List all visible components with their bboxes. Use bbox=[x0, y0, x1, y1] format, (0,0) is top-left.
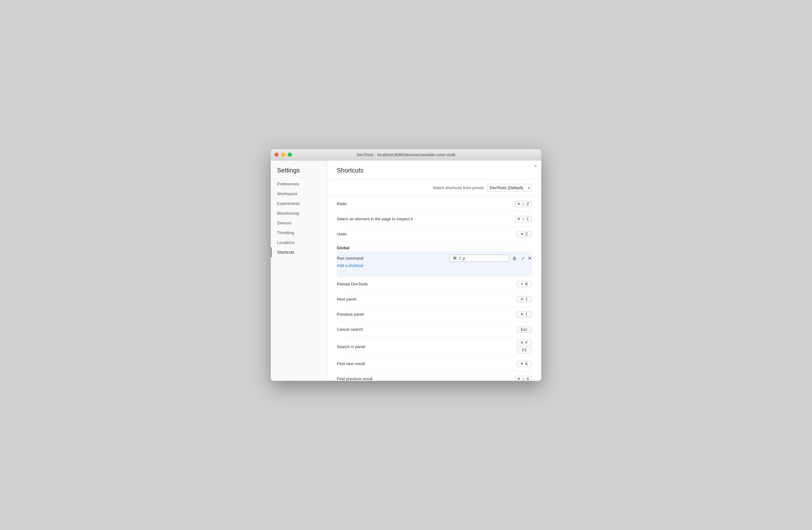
shortcut-row-find-next: Find next result ⌘ G bbox=[337, 356, 532, 372]
shortcut-keys-prev-panel: ⌘ [ bbox=[517, 311, 532, 318]
sidebar-heading: Settings bbox=[271, 167, 327, 179]
main-header: Shortcuts bbox=[328, 161, 541, 179]
main-title: Shortcuts bbox=[337, 167, 363, 174]
confirm-shortcut-button[interactable]: ✓ bbox=[521, 255, 525, 261]
window-title: DevTools - localhost:8080/demo/accessibl… bbox=[357, 152, 455, 157]
add-shortcut-link[interactable]: Add a shortcut bbox=[337, 263, 363, 268]
sidebar-item-workspace[interactable]: Workspace bbox=[271, 189, 327, 199]
shortcut-keys-next-panel: ⌘ ] bbox=[517, 296, 532, 303]
shortcut-keys-cancel-search: Esc bbox=[517, 326, 532, 333]
shortcut-row-cancel-search: Cancel search Esc bbox=[337, 322, 532, 337]
confirm-buttons: ✓ ✕ bbox=[518, 255, 532, 261]
sidebar-item-locations[interactable]: Locations bbox=[271, 238, 327, 247]
shortcut-row-run-command: Run command 🗑 ✓ ✕ Add a shortcut bbox=[337, 251, 532, 277]
shortcut-row-find-prev: Find previous result ⌘ ⇧ G bbox=[337, 372, 532, 381]
sidebar-item-blackboxing[interactable]: Blackboxing bbox=[271, 208, 327, 218]
shortcut-keys-find-next: ⌘ G bbox=[517, 361, 532, 367]
devtools-window: DevTools - localhost:8080/demo/accessibl… bbox=[271, 149, 541, 381]
sidebar-item-devices[interactable]: Devices bbox=[271, 218, 327, 228]
shortcut-row-undo: Undo ⌘ Z bbox=[337, 227, 532, 242]
key-badge: Esc bbox=[517, 326, 532, 333]
preset-row: Match shortcuts from preset DevTools (De… bbox=[328, 179, 541, 196]
shortcut-row-redo: Redo ⌘ ⇧ Z bbox=[337, 196, 532, 211]
delete-shortcut-button[interactable]: 🗑 bbox=[511, 255, 518, 262]
run-command-edit: 🗑 bbox=[427, 255, 518, 262]
key-badge: F3 bbox=[517, 347, 532, 353]
traffic-lights bbox=[275, 153, 292, 157]
key-badge: ⌘ [ bbox=[517, 311, 532, 318]
shortcut-keys-redo: ⌘ ⇧ Z bbox=[515, 201, 532, 207]
preset-select[interactable]: DevTools (Default) Visual Studio Code bbox=[487, 184, 532, 192]
key-badge: ⌘ Z bbox=[517, 231, 532, 237]
main-content: Settings Preferences Workspace Experimen… bbox=[271, 161, 541, 381]
key-badge: ⌘ G bbox=[517, 361, 532, 367]
sidebar-item-preferences[interactable]: Preferences bbox=[271, 179, 327, 189]
shortcut-keys-search-panel: ⌘ F F3 bbox=[517, 339, 532, 353]
global-section-header: Global bbox=[337, 242, 532, 251]
preset-select-wrapper: DevTools (Default) Visual Studio Code bbox=[487, 184, 532, 192]
shortcut-row-inspect: Select an element in the page to inspect… bbox=[337, 211, 532, 227]
preset-label: Match shortcuts from preset bbox=[433, 185, 484, 190]
shortcut-row-search-panel: Search in panel ⌘ F F3 bbox=[337, 337, 532, 356]
close-button[interactable]: × bbox=[534, 164, 537, 169]
main-panel: × Shortcuts Match shortcuts from preset … bbox=[328, 161, 541, 381]
shortcut-keys-undo: ⌘ Z bbox=[517, 231, 532, 237]
shortcut-row-next-panel: Next panel ⌘ ] bbox=[337, 292, 532, 307]
key-badge: ⌘ F bbox=[517, 339, 532, 346]
shortcuts-list: Redo ⌘ ⇧ Z Select an element in the page… bbox=[328, 196, 541, 381]
shortcut-row-previous-panel: Previous panel ⌘ [ bbox=[337, 307, 532, 322]
key-badge: ⌥ R bbox=[517, 281, 532, 287]
sidebar-item-throttling[interactable]: Throttling bbox=[271, 228, 327, 238]
close-traffic-light[interactable] bbox=[275, 153, 279, 157]
titlebar: DevTools - localhost:8080/demo/accessibl… bbox=[271, 149, 541, 161]
key-badge: ⌘ ] bbox=[517, 296, 532, 303]
key-input[interactable] bbox=[449, 255, 509, 262]
maximize-traffic-light[interactable] bbox=[288, 153, 292, 157]
shortcut-keys-inspect: ⌘ ⇧ C bbox=[515, 216, 532, 222]
sidebar-item-shortcuts[interactable]: Shortcuts bbox=[271, 247, 327, 257]
shortcut-row-reload-devtools: Reload DevTools ⌥ R bbox=[337, 277, 532, 292]
key-badge: ⌘ ⇧ Z bbox=[515, 201, 532, 207]
sidebar: Settings Preferences Workspace Experimen… bbox=[271, 161, 328, 381]
run-command-top: Run command 🗑 ✓ ✕ bbox=[337, 255, 532, 262]
key-badge: ⌘ ⇧ C bbox=[515, 216, 532, 222]
sidebar-item-experiments[interactable]: Experiments bbox=[271, 199, 327, 208]
cancel-shortcut-button[interactable]: ✕ bbox=[528, 255, 532, 261]
minimize-traffic-light[interactable] bbox=[281, 153, 285, 157]
shortcut-keys-reload: ⌥ R bbox=[517, 281, 532, 287]
shortcut-keys-find-prev: ⌘ ⇧ G bbox=[515, 376, 532, 381]
key-badge: ⌘ ⇧ G bbox=[515, 376, 532, 381]
